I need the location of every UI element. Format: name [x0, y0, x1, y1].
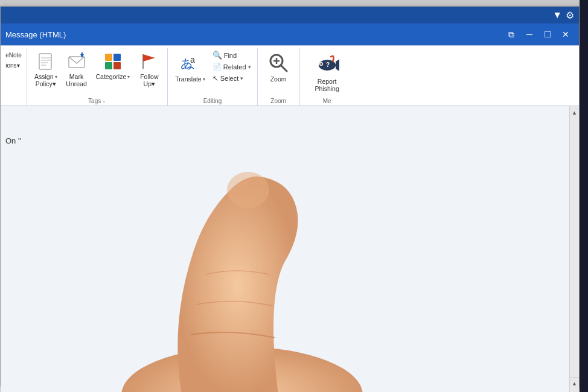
tags-group-label: Tags ⌄ [27, 98, 167, 104]
svg-point-27 [227, 172, 269, 208]
find-label: Find [224, 52, 237, 59]
title-bar-left: Message (HTML) [5, 30, 66, 39]
categorize-label: Categorize ▾ [96, 73, 130, 81]
select-label: Select [220, 75, 239, 82]
select-arrow: ▾ [240, 75, 243, 81]
mark-unread-icon [67, 52, 86, 71]
svg-rect-9 [113, 54, 121, 61]
translate-icon: あ a [179, 52, 201, 74]
svg-point-23 [320, 63, 322, 65]
report-phishing-button[interactable]: ? Report Phishing [311, 49, 342, 95]
dropdown-icon[interactable]: ▼ [552, 10, 562, 21]
svg-rect-8 [105, 54, 112, 61]
outlook-window: ▼ ⚙ Message (HTML) ⧉ ─ ☐ ✕ eNote io [0, 6, 580, 386]
mark-unread-button[interactable]: Mark Unread [62, 49, 91, 90]
related-button[interactable]: 📄 Related ▾ [210, 62, 254, 72]
svg-text:a: a [190, 55, 195, 65]
onenote-button[interactable]: eNote [3, 51, 24, 60]
follow-up-icon [139, 52, 159, 71]
translate-label: Translate ▾ [175, 75, 205, 83]
svg-marker-21 [336, 58, 339, 72]
find-related-select-group: 🔍 Find 📄 Related ▾ ↖ Select [210, 49, 254, 86]
zoom-button[interactable]: Zoom [264, 49, 293, 86]
categorize-button[interactable]: Categorize ▾ [92, 49, 134, 83]
ribbon-group-zoom: Zoom Zoom [258, 48, 300, 106]
categorize-icon [103, 52, 123, 71]
close-button[interactable]: ✕ [557, 26, 574, 43]
scroll-track [570, 119, 579, 390]
ribbon-group-partial: eNote ions▾ [1, 48, 27, 106]
select-icon: ↖ [213, 74, 219, 83]
me-group-label: Me [300, 98, 354, 104]
report-phishing-label2: Phishing [315, 85, 339, 92]
on-quote-text: On " [5, 136, 21, 145]
window-title: Message (HTML) [5, 30, 66, 39]
svg-text:?: ? [326, 62, 330, 68]
svg-point-24 [331, 60, 333, 62]
assign-policy-label2: Policy▾ [36, 80, 56, 87]
follow-up-button[interactable]: Follow Up▾ [135, 49, 164, 90]
report-phishing-icon: ? [315, 52, 339, 76]
ribbon: eNote ions▾ [1, 45, 579, 106]
zoom-icon [267, 52, 289, 74]
zoom-group-label: Zoom [258, 98, 299, 104]
related-arrow: ▾ [248, 64, 251, 70]
svg-point-26 [121, 347, 363, 392]
ions-label: ions▾ [5, 62, 19, 69]
onenote-label: eNote [5, 52, 22, 58]
find-button[interactable]: 🔍 Find [210, 49, 254, 61]
mark-unread-label2: Unread [66, 80, 86, 87]
scroll-up-button[interactable]: ▲ [570, 106, 580, 119]
utility-bar: ▼ ⚙ [1, 7, 579, 24]
page-content: ▲ ▼ ▲ ▼ On " [1, 106, 579, 392]
restore-button[interactable]: ⧉ [503, 26, 520, 43]
ribbon-group-me: ? Report Phishing Me [300, 48, 354, 106]
related-label: Related [223, 63, 246, 71]
follow-up-label2: Up▾ [144, 80, 155, 87]
editing-buttons: あ a Translate ▾ [171, 49, 253, 96]
gear-icon[interactable]: ⚙ [566, 10, 574, 21]
svg-line-17 [281, 65, 287, 71]
maximize-button[interactable]: ☐ [539, 26, 556, 43]
minimize-button[interactable]: ─ [521, 26, 538, 43]
svg-rect-10 [105, 62, 112, 69]
find-icon: 🔍 [213, 51, 222, 60]
partial-buttons: eNote ions▾ [3, 51, 24, 81]
ions-button[interactable]: ions▾ [3, 61, 24, 70]
title-bar-controls: ⧉ ─ ☐ ✕ [503, 26, 574, 43]
editing-group-label: Editing [168, 98, 257, 104]
svg-marker-13 [143, 54, 155, 62]
select-button[interactable]: ↖ Select ▾ [210, 73, 254, 84]
scrollbar-right: ▲ ▼ [569, 106, 579, 392]
related-icon: 📄 [213, 63, 222, 71]
assign-policy-icon [36, 52, 56, 71]
right-border [580, 0, 588, 392]
scroll-up2-button[interactable]: ▲ [570, 378, 580, 391]
ribbon-group-tags: Assign ▾ Policy▾ [27, 48, 168, 106]
title-bar: Message (HTML) ⧉ ─ ☐ ✕ [1, 24, 579, 45]
ribbon-content: eNote ions▾ [1, 45, 579, 106]
svg-rect-0 [39, 54, 51, 69]
finger-overlay [61, 142, 423, 392]
zoom-label: Zoom [270, 75, 287, 83]
assign-policy-button[interactable]: Assign ▾ Policy▾ [31, 49, 61, 90]
svg-rect-11 [113, 62, 121, 69]
scrollbar-right-bottom: ▲ ▼ [569, 377, 579, 392]
translate-button[interactable]: あ a Translate ▾ [171, 49, 208, 86]
ribbon-group-editing: あ a Translate ▾ [168, 48, 257, 106]
